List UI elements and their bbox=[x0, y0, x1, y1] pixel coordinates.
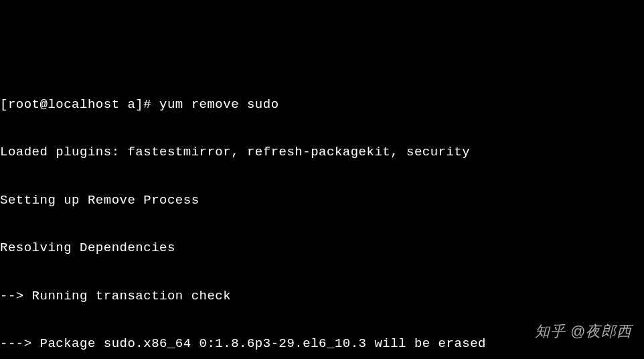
watermark-text: 知乎 @夜郎西 bbox=[535, 322, 632, 341]
command-input[interactable]: yum remove sudo bbox=[159, 97, 279, 112]
output-line: Loaded plugins: fastestmirror, refresh-p… bbox=[0, 145, 644, 161]
output-line: Resolving Dependencies bbox=[0, 240, 644, 257]
terminal-output: [root@localhost a]# yum remove sudo Load… bbox=[0, 64, 644, 359]
output-line: --> Running transaction check bbox=[0, 289, 644, 305]
prompt-line[interactable]: [root@localhost a]# yum remove sudo bbox=[0, 97, 644, 113]
shell-prompt: [root@localhost a]# bbox=[0, 97, 159, 112]
output-line: Setting up Remove Process bbox=[0, 193, 644, 209]
